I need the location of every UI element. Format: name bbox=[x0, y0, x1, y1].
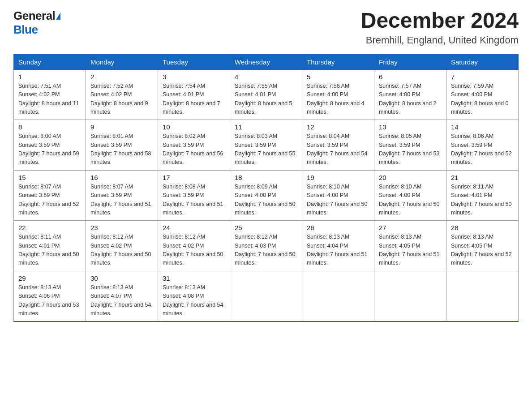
day-number: 22 bbox=[18, 224, 81, 231]
day-info: Sunrise: 8:13 AMSunset: 4:06 PMDaylight:… bbox=[18, 284, 79, 317]
calendar-week-row: 8 Sunrise: 8:00 AMSunset: 3:59 PMDayligh… bbox=[14, 120, 519, 171]
day-info: Sunrise: 8:07 AMSunset: 3:59 PMDaylight:… bbox=[90, 184, 151, 216]
calendar-cell: 10 Sunrise: 8:02 AMSunset: 3:59 PMDaylig… bbox=[158, 120, 230, 171]
day-info: Sunrise: 8:10 AMSunset: 4:00 PMDaylight:… bbox=[379, 184, 440, 216]
day-number: 14 bbox=[451, 123, 514, 131]
calendar-cell: 30 Sunrise: 8:13 AMSunset: 4:07 PMDaylig… bbox=[86, 271, 158, 321]
day-number: 27 bbox=[379, 224, 442, 231]
calendar-cell bbox=[446, 271, 519, 321]
calendar-cell bbox=[302, 271, 374, 321]
calendar-cell: 9 Sunrise: 8:01 AMSunset: 3:59 PMDayligh… bbox=[86, 120, 158, 171]
day-number: 11 bbox=[235, 123, 297, 131]
day-number: 19 bbox=[307, 174, 369, 181]
calendar-cell: 18 Sunrise: 8:09 AMSunset: 4:00 PMDaylig… bbox=[230, 170, 302, 221]
calendar-cell: 13 Sunrise: 8:05 AMSunset: 3:59 PMDaylig… bbox=[374, 120, 446, 171]
calendar-cell: 23 Sunrise: 8:12 AMSunset: 4:02 PMDaylig… bbox=[86, 221, 158, 271]
day-info: Sunrise: 8:07 AMSunset: 3:59 PMDaylight:… bbox=[18, 184, 79, 216]
calendar-cell: 20 Sunrise: 8:10 AMSunset: 4:00 PMDaylig… bbox=[374, 170, 446, 221]
day-number: 10 bbox=[163, 123, 225, 131]
calendar-cell: 29 Sunrise: 8:13 AMSunset: 4:06 PMDaylig… bbox=[14, 271, 86, 321]
calendar-cell: 11 Sunrise: 8:03 AMSunset: 3:59 PMDaylig… bbox=[230, 120, 302, 171]
day-info: Sunrise: 7:52 AMSunset: 4:02 PMDaylight:… bbox=[90, 83, 148, 115]
title-area: December 2024 Bremhill, England, United … bbox=[361, 9, 519, 46]
logo-triangle-icon bbox=[56, 13, 60, 20]
calendar-cell: 6 Sunrise: 7:57 AMSunset: 4:00 PMDayligh… bbox=[374, 69, 446, 120]
day-info: Sunrise: 7:59 AMSunset: 4:00 PMDaylight:… bbox=[451, 83, 509, 115]
calendar-week-row: 15 Sunrise: 8:07 AMSunset: 3:59 PMDaylig… bbox=[14, 170, 519, 221]
location-title: Bremhill, England, United Kingdom bbox=[361, 34, 519, 46]
day-info: Sunrise: 8:09 AMSunset: 4:00 PMDaylight:… bbox=[235, 184, 296, 216]
calendar-cell: 22 Sunrise: 8:11 AMSunset: 4:01 PMDaylig… bbox=[14, 221, 86, 271]
calendar-cell: 1 Sunrise: 7:51 AMSunset: 4:02 PMDayligh… bbox=[14, 69, 86, 120]
calendar-cell: 14 Sunrise: 8:06 AMSunset: 3:59 PMDaylig… bbox=[446, 120, 519, 171]
day-info: Sunrise: 8:12 AMSunset: 4:02 PMDaylight:… bbox=[163, 234, 223, 266]
calendar-cell: 21 Sunrise: 8:11 AMSunset: 4:01 PMDaylig… bbox=[446, 170, 519, 221]
calendar-cell: 28 Sunrise: 8:13 AMSunset: 4:05 PMDaylig… bbox=[446, 221, 519, 271]
day-number: 31 bbox=[163, 274, 225, 282]
month-title: December 2024 bbox=[361, 9, 519, 33]
day-number: 3 bbox=[163, 73, 225, 81]
day-info: Sunrise: 8:12 AMSunset: 4:03 PMDaylight:… bbox=[235, 234, 296, 266]
day-number: 21 bbox=[451, 174, 514, 181]
calendar-cell: 26 Sunrise: 8:13 AMSunset: 4:04 PMDaylig… bbox=[302, 221, 374, 271]
day-info: Sunrise: 8:13 AMSunset: 4:05 PMDaylight:… bbox=[379, 234, 440, 266]
day-info: Sunrise: 8:12 AMSunset: 4:02 PMDaylight:… bbox=[90, 234, 151, 266]
day-number: 9 bbox=[90, 123, 153, 131]
day-number: 25 bbox=[235, 224, 297, 231]
calendar-cell: 8 Sunrise: 8:00 AMSunset: 3:59 PMDayligh… bbox=[14, 120, 86, 171]
day-info: Sunrise: 8:01 AMSunset: 3:59 PMDaylight:… bbox=[90, 133, 151, 165]
calendar-cell: 2 Sunrise: 7:52 AMSunset: 4:02 PMDayligh… bbox=[86, 69, 158, 120]
calendar-cell: 4 Sunrise: 7:55 AMSunset: 4:01 PMDayligh… bbox=[230, 69, 302, 120]
day-info: Sunrise: 8:13 AMSunset: 4:07 PMDaylight:… bbox=[90, 284, 151, 317]
calendar-cell: 7 Sunrise: 7:59 AMSunset: 4:00 PMDayligh… bbox=[446, 69, 519, 120]
calendar-week-row: 22 Sunrise: 8:11 AMSunset: 4:01 PMDaylig… bbox=[14, 221, 519, 271]
day-number: 15 bbox=[18, 174, 81, 181]
col-header-thursday: Thursday bbox=[302, 54, 374, 69]
day-info: Sunrise: 7:55 AMSunset: 4:01 PMDaylight:… bbox=[235, 83, 292, 115]
day-info: Sunrise: 7:54 AMSunset: 4:01 PMDaylight:… bbox=[163, 83, 220, 115]
day-number: 5 bbox=[307, 73, 369, 81]
day-number: 8 bbox=[18, 123, 81, 131]
calendar-cell: 24 Sunrise: 8:12 AMSunset: 4:02 PMDaylig… bbox=[158, 221, 230, 271]
calendar-cell bbox=[230, 271, 302, 321]
calendar-cell: 17 Sunrise: 8:08 AMSunset: 3:59 PMDaylig… bbox=[158, 170, 230, 221]
calendar-cell: 27 Sunrise: 8:13 AMSunset: 4:05 PMDaylig… bbox=[374, 221, 446, 271]
day-number: 7 bbox=[451, 73, 514, 81]
day-info: Sunrise: 8:13 AMSunset: 4:04 PMDaylight:… bbox=[307, 234, 368, 266]
day-number: 1 bbox=[18, 73, 81, 81]
calendar-table: SundayMondayTuesdayWednesdayThursdayFrid… bbox=[13, 54, 519, 322]
col-header-monday: Monday bbox=[86, 54, 158, 69]
day-number: 18 bbox=[235, 174, 297, 181]
calendar-cell: 12 Sunrise: 8:04 AMSunset: 3:59 PMDaylig… bbox=[302, 120, 374, 171]
logo: General Blue bbox=[13, 9, 60, 37]
day-info: Sunrise: 8:11 AMSunset: 4:01 PMDaylight:… bbox=[451, 184, 512, 216]
calendar-header-row: SundayMondayTuesdayWednesdayThursdayFrid… bbox=[14, 54, 519, 69]
logo-general-text: General bbox=[13, 9, 55, 23]
day-info: Sunrise: 8:11 AMSunset: 4:01 PMDaylight:… bbox=[18, 234, 79, 266]
calendar-cell: 25 Sunrise: 8:12 AMSunset: 4:03 PMDaylig… bbox=[230, 221, 302, 271]
calendar-cell: 3 Sunrise: 7:54 AMSunset: 4:01 PMDayligh… bbox=[158, 69, 230, 120]
day-number: 16 bbox=[90, 174, 153, 181]
logo-blue-text: Blue bbox=[13, 23, 38, 37]
calendar-week-row: 29 Sunrise: 8:13 AMSunset: 4:06 PMDaylig… bbox=[14, 271, 519, 321]
day-info: Sunrise: 8:13 AMSunset: 4:05 PMDaylight:… bbox=[451, 234, 512, 266]
calendar-cell bbox=[374, 271, 446, 321]
day-number: 23 bbox=[90, 224, 153, 231]
day-number: 13 bbox=[379, 123, 442, 131]
calendar-week-row: 1 Sunrise: 7:51 AMSunset: 4:02 PMDayligh… bbox=[14, 69, 519, 120]
day-number: 4 bbox=[235, 73, 297, 81]
day-info: Sunrise: 7:56 AMSunset: 4:00 PMDaylight:… bbox=[307, 83, 365, 115]
day-number: 12 bbox=[307, 123, 369, 131]
day-info: Sunrise: 8:06 AMSunset: 3:59 PMDaylight:… bbox=[451, 133, 512, 165]
day-info: Sunrise: 8:04 AMSunset: 3:59 PMDaylight:… bbox=[307, 133, 368, 165]
day-info: Sunrise: 8:08 AMSunset: 3:59 PMDaylight:… bbox=[163, 184, 223, 216]
day-info: Sunrise: 8:10 AMSunset: 4:00 PMDaylight:… bbox=[307, 184, 368, 216]
day-number: 30 bbox=[90, 274, 153, 282]
day-number: 28 bbox=[451, 224, 514, 231]
day-number: 6 bbox=[379, 73, 442, 81]
calendar-cell: 5 Sunrise: 7:56 AMSunset: 4:00 PMDayligh… bbox=[302, 69, 374, 120]
page-header: General Blue December 2024 Bremhill, Eng… bbox=[13, 9, 519, 46]
day-info: Sunrise: 8:03 AMSunset: 3:59 PMDaylight:… bbox=[235, 133, 296, 165]
day-info: Sunrise: 8:05 AMSunset: 3:59 PMDaylight:… bbox=[379, 133, 440, 165]
col-header-wednesday: Wednesday bbox=[230, 54, 302, 69]
